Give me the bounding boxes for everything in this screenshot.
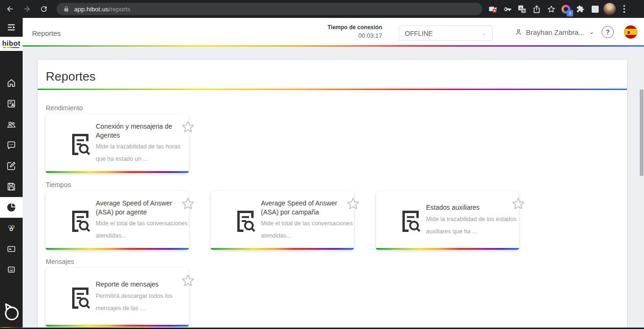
help-button[interactable]: ? [602,26,614,38]
hibot-logo[interactable]: hibot [0,37,23,51]
sidebar-item-home[interactable] [0,73,23,93]
report-card-text: Reporte de mensajes Permitirá descargar … [96,280,188,314]
favorite-star-icon[interactable] [511,197,526,211]
report-card-title: Average Speed of Answer (ASA) por campañ… [261,199,337,216]
report-card-text: Average Speed of Answer (ASA) por campañ… [261,199,353,242]
save-icon [6,181,17,192]
contact-list-icon [6,99,17,109]
favorite-star-icon[interactable] [181,120,195,134]
hibot-logo-text: hibot [2,40,20,47]
sidebar-item-bot[interactable] [0,259,23,280]
header-rainbow-bar [23,45,644,47]
sidebar-item-compose[interactable] [0,156,23,176]
password-key-icon[interactable] [501,2,514,16]
people-icon [6,119,17,130]
status-select-value: OFFLINE [405,30,481,37]
lock-icon [63,6,69,12]
svg-text:a: a [522,9,524,13]
report-card-conexion-agentes[interactable]: Conexión y mensajeria de Agentes Mide la… [46,114,189,173]
favorite-star-icon[interactable] [346,197,360,211]
extensions-puzzle-icon[interactable] [574,2,587,16]
menu-toggle-icon[interactable] [0,18,23,37]
section-label-mensajes: Mensajes [46,258,627,265]
hibot-logo-rainbow [3,47,19,48]
connection-time-value: 00:03:17 [307,32,382,39]
browser-profile-avatar[interactable] [603,2,616,16]
sidebar-nav [0,73,23,280]
sidebar-item-conversations[interactable] [0,135,23,156]
title-rainbow-divider [38,89,627,90]
url-host: app.hibot.us [74,6,109,13]
main-area: Reportes Rendimiento Conexión y mensajer… [23,47,644,329]
report-card-reporte-mensajes[interactable]: Reporte de mensajes Permitirá descargar … [46,268,189,327]
bookmark-star-icon[interactable] [544,2,558,16]
section-label-rendimiento: Rendimiento [46,104,627,112]
translate-icon[interactable]: Aa [515,2,528,16]
report-card-title: Reporte de mensajes [96,280,159,288]
reports-panel: Reportes Rendimiento Conexión y mensajer… [38,60,627,329]
favorite-star-icon[interactable] [181,273,195,288]
home-icon [6,78,17,88]
person-icon [514,28,523,36]
browser-menu-kebab-icon[interactable] [618,2,631,16]
sidebar-item-reports[interactable] [0,197,23,218]
extension-colorful-icon[interactable]: 3 [559,2,572,16]
report-card-description: Mide el total de las conversaciones aten… [261,217,353,242]
scrollbar-track[interactable] [639,47,644,328]
user-avatar-spain-flag[interactable] [624,25,637,39]
user-chevron-down-icon[interactable]: ⌄ [589,29,594,35]
sidebar-item-agents[interactable] [0,114,23,135]
report-doc-search-icon [400,208,421,233]
report-card-asa-agente[interactable]: Average Speed of Answer (ASA) por agente… [46,191,189,250]
report-card-asa-campana[interactable]: Average Speed of Answer (ASA) por campañ… [211,191,354,250]
url-text: app.hibot.us/reports [74,6,130,13]
page-title: Reportes [38,60,627,84]
side-panel-icon[interactable] [588,2,602,16]
breadcrumb: Reportes [32,29,61,37]
compose-icon [6,161,17,171]
section-label-tiempos: Tiempos [46,181,627,189]
report-doc-search-icon [234,208,256,233]
sidebar-item-channels[interactable] [0,218,23,239]
chat-icon [6,140,17,150]
browser-forward-icon[interactable] [20,2,34,16]
cards-row-rendimiento: Conexión y mensajeria de Agentes Mide la… [46,114,627,173]
pie-chart-icon [6,202,17,213]
sidebar-item-saved[interactable] [0,176,23,197]
sidebar: hibot [0,18,23,329]
report-card-title: Average Speed of Answer (ASA) por agente [96,199,172,216]
url-path: /reports [109,6,131,13]
browser-refresh-icon[interactable] [37,2,51,16]
user-name: Brayhan Zambra... [526,28,585,36]
report-card-title: Estados auxiliares [426,204,480,211]
cards-row-tiempos: Average Speed of Answer (ASA) por agente… [46,191,627,250]
scrollbar-thumb[interactable] [640,90,644,176]
cards-row-mensajes: Reporte de mensajes Permitirá descargar … [46,268,627,327]
app-header: Reportes Tiempo de conexión 00:03:17 OFF… [23,18,644,45]
card-icon [6,244,17,254]
help-glyph: ? [606,28,610,36]
report-card-description: Mide el total de las conversaciones aten… [96,217,188,242]
report-doc-search-icon [69,208,91,233]
report-card-text: Conexión y mensajeria de Agentes Mide la… [96,122,188,165]
browser-back-icon[interactable] [3,2,17,16]
browser-actions: Aa 3 [486,2,631,16]
report-doc-search-icon [69,132,91,156]
report-card-text: Estados auxiliares Mide la trazabilidad … [426,203,519,238]
share-icon[interactable] [530,2,543,16]
chevron-down-icon: ⌄ [481,30,486,37]
hibot-b-logo-icon [0,301,23,322]
extension-badge: 3 [567,10,573,16]
user-menu[interactable]: Brayhan Zambra... ⌄ ? [514,25,637,40]
channels-icon [6,223,17,233]
sidebar-item-cards[interactable] [0,239,23,259]
report-card-title: Conexión y mensajeria de Agentes [96,123,172,139]
report-card-description: Permitirá descargar todos los mensajes d… [96,290,188,314]
favorite-star-icon[interactable] [181,197,195,211]
camera-blocked-icon[interactable] [486,2,499,16]
bot-icon [6,264,17,275]
url-bar[interactable]: app.hibot.us/reports [57,3,482,15]
report-card-estados-auxiliares[interactable]: Estados auxiliares Mide la trazabilidad … [376,191,519,250]
sidebar-item-contacts[interactable] [0,93,23,114]
status-select[interactable]: OFFLINE ⌄ [399,25,493,41]
